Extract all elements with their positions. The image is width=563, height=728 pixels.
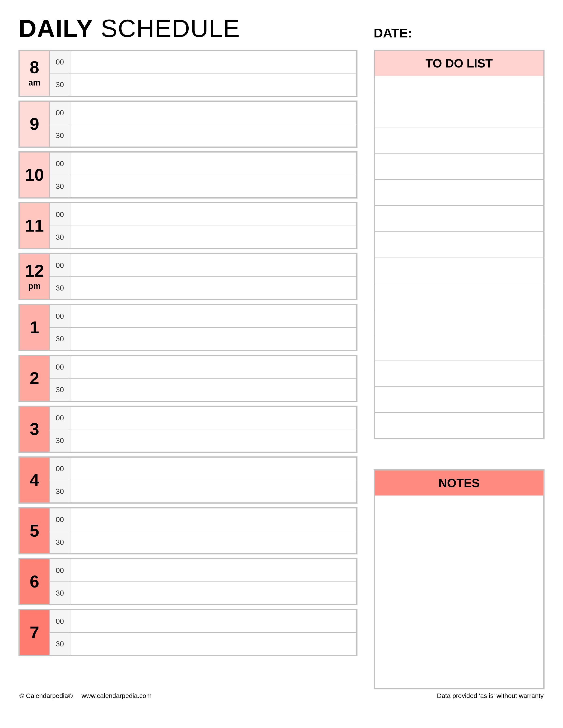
hour-block: 30030: [18, 406, 357, 453]
schedule-slot[interactable]: [70, 407, 356, 429]
slots: [70, 458, 356, 502]
minute-00: 00: [50, 508, 70, 531]
todo-row[interactable]: [375, 128, 543, 153]
minute-00: 00: [50, 305, 70, 328]
date-label: DATE:: [374, 25, 545, 43]
minute-30: 30: [50, 226, 70, 248]
todo-row[interactable]: [375, 361, 543, 386]
side-gap: [374, 439, 545, 469]
minute-00: 00: [50, 203, 70, 226]
minute-30: 30: [50, 582, 70, 604]
slots: [70, 102, 356, 147]
hour-label: 7: [20, 610, 50, 655]
hour-number: 4: [30, 471, 39, 489]
todo-row[interactable]: [375, 309, 543, 335]
minute-30: 30: [50, 633, 70, 655]
hour-block: 60030: [18, 558, 357, 605]
hour-number: 11: [25, 217, 44, 234]
slots: [70, 559, 356, 604]
hour-block: 50030: [18, 507, 357, 554]
minutes-column: 0030: [50, 356, 70, 401]
hour-block: 12pm0030: [18, 253, 357, 300]
schedule-slot[interactable]: [70, 458, 356, 480]
schedule-slot[interactable]: [70, 51, 356, 73]
schedule-slot[interactable]: [70, 328, 356, 350]
hour-label: 5: [20, 508, 50, 553]
schedule-slot[interactable]: [70, 277, 356, 299]
todo-row[interactable]: [375, 335, 543, 361]
schedule-slot[interactable]: [70, 153, 356, 175]
minute-30: 30: [50, 124, 70, 147]
hour-block: 70030: [18, 609, 357, 656]
minutes-column: 0030: [50, 51, 70, 96]
hour-number: 10: [25, 166, 44, 184]
todo-row[interactable]: [375, 257, 543, 283]
minute-30: 30: [50, 531, 70, 553]
slots: [70, 254, 356, 299]
minute-00: 00: [50, 559, 70, 582]
schedule-slot[interactable]: [70, 429, 356, 452]
schedule-slot[interactable]: [70, 226, 356, 248]
schedule-slot[interactable]: [70, 254, 356, 277]
todo-row[interactable]: [375, 153, 543, 179]
hour-block: 110030: [18, 202, 357, 249]
minutes-column: 0030: [50, 305, 70, 350]
todo-row[interactable]: [375, 205, 543, 231]
todo-row[interactable]: [375, 102, 543, 128]
slots: [70, 203, 356, 248]
notes-panel: NOTES: [374, 469, 545, 689]
todo-row[interactable]: [375, 283, 543, 309]
notes-header: NOTES: [375, 471, 543, 496]
schedule-slot[interactable]: [70, 203, 356, 226]
minute-30: 30: [50, 480, 70, 502]
schedule-slot[interactable]: [70, 610, 356, 633]
schedule-slot[interactable]: [70, 73, 356, 96]
schedule-slot[interactable]: [70, 531, 356, 553]
schedule-slot[interactable]: [70, 633, 356, 655]
minute-00: 00: [50, 254, 70, 277]
todo-rows: [375, 76, 543, 438]
slots: [70, 305, 356, 350]
hour-number: 3: [30, 421, 39, 438]
schedule-slot[interactable]: [70, 102, 356, 124]
hour-label: 1: [20, 305, 50, 350]
hour-label: 4: [20, 458, 50, 502]
minute-30: 30: [50, 328, 70, 350]
todo-row[interactable]: [375, 76, 543, 102]
schedule-slot[interactable]: [70, 175, 356, 197]
footer-url: www.calendarpedia.com: [82, 692, 152, 699]
schedule-slot[interactable]: [70, 305, 356, 328]
hour-label: 9: [20, 102, 50, 147]
slots: [70, 51, 356, 96]
schedule-slot[interactable]: [70, 508, 356, 531]
schedule-slot[interactable]: [70, 379, 356, 401]
minute-30: 30: [50, 175, 70, 197]
minutes-column: 0030: [50, 508, 70, 553]
todo-row[interactable]: [375, 179, 543, 205]
hour-ampm: pm: [28, 281, 41, 291]
minute-00: 00: [50, 153, 70, 175]
minutes-column: 0030: [50, 153, 70, 197]
schedule-slot[interactable]: [70, 480, 356, 502]
hour-number: 1: [30, 319, 39, 336]
schedule-slot[interactable]: [70, 559, 356, 582]
schedule-slot[interactable]: [70, 124, 356, 147]
hour-number: 9: [30, 116, 39, 133]
hour-label: 3: [20, 407, 50, 452]
footer-disclaimer: Data provided 'as is' without warranty: [437, 692, 544, 700]
hour-ampm: am: [28, 78, 40, 88]
todo-row[interactable]: [375, 412, 543, 438]
schedule-slot[interactable]: [70, 582, 356, 604]
side-column: TO DO LIST NOTES: [374, 50, 545, 689]
todo-row[interactable]: [375, 386, 543, 412]
hour-label: 11: [20, 203, 50, 248]
slots: [70, 356, 356, 401]
notes-body[interactable]: [375, 496, 543, 688]
minute-30: 30: [50, 277, 70, 299]
footer: © Calendarpedia® www.calendarpedia.com D…: [18, 692, 545, 700]
hour-number: 6: [30, 573, 39, 590]
todo-row[interactable]: [375, 231, 543, 257]
slots: [70, 610, 356, 655]
schedule-slot[interactable]: [70, 356, 356, 379]
hour-label: 12pm: [20, 254, 50, 299]
